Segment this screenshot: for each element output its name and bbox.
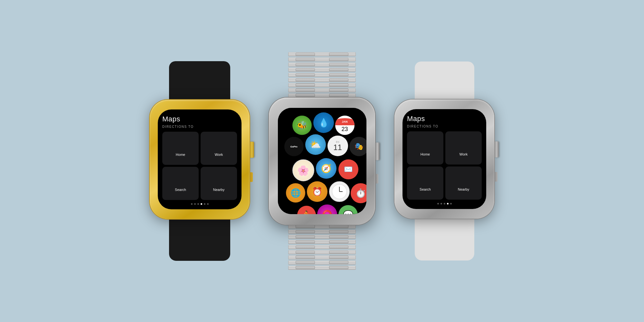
home-label-gold: Home [176, 153, 185, 156]
page-dots-silver [407, 202, 482, 204]
link-1 [288, 52, 356, 56]
app-grid: 🐝 💧 JAN 23 GoPro ⛅ Fri 11 🎭 🌸 [281, 111, 363, 211]
app-activity[interactable]: 🐝 [292, 116, 312, 135]
app-calendar2[interactable]: Fri 11 [327, 136, 348, 156]
page-dots-gold [162, 202, 237, 205]
work-button-silver[interactable]: Work [445, 131, 482, 165]
maps-title-gold: Maps [162, 115, 237, 123]
maps-title-silver: Maps [407, 115, 482, 123]
app-calendar[interactable]: JAN 23 [335, 116, 355, 135]
s-dot-5 [450, 203, 452, 204]
link-b2 [288, 230, 356, 234]
link-b6 [288, 250, 356, 254]
maps-app-silver: Maps DIRECTIONS TO Home Work [402, 109, 486, 209]
band-top-black [169, 61, 230, 100]
app-activity2[interactable]: ⭕ [317, 204, 337, 214]
link-b9 [288, 266, 356, 270]
link-b4 [288, 240, 356, 244]
maps-subtitle-gold: DIRECTIONS TO [162, 125, 237, 128]
dot-3 [197, 203, 199, 205]
digital-crown[interactable] [250, 142, 254, 158]
digital-crown-silver[interactable] [494, 141, 499, 157]
link-2 [288, 57, 356, 62]
work-label-gold: Work [215, 153, 223, 156]
side-button-silver[interactable] [494, 172, 497, 182]
maps-grid-silver: Home Work Search [407, 131, 482, 200]
case-gold: Maps DIRECTIONS TO Home Work [150, 100, 250, 219]
dot-5 [204, 203, 205, 205]
metal-band-bottom [288, 225, 356, 270]
nearby-label-silver: Nearby [458, 187, 469, 191]
band-bottom-black [169, 219, 230, 261]
nearby-label-gold: Nearby [213, 188, 224, 192]
app-messages[interactable]: 💬 [338, 205, 358, 214]
link-9 [288, 93, 356, 98]
maps-app-gold: Maps DIRECTIONS TO Home Work [158, 109, 242, 209]
case-steel: 🐝 💧 JAN 23 GoPro ⛅ Fri 11 🎭 🌸 [269, 98, 375, 225]
app-fitness[interactable]: 🏃 [297, 206, 316, 214]
app-clock[interactable]: ⏰ [307, 181, 327, 202]
watch-screen-maps-silver: Maps DIRECTIONS TO Home Work [402, 109, 486, 209]
app-gopro[interactable]: GoPro [284, 137, 304, 156]
link-3 [288, 62, 356, 67]
home-button-silver[interactable]: Home [407, 131, 443, 165]
watch-steel: 🐝 💧 JAN 23 GoPro ⛅ Fri 11 🎭 🌸 [269, 52, 375, 270]
maps-subtitle-silver: DIRECTIONS TO [407, 125, 482, 128]
dot-4 [201, 203, 202, 205]
app-dark[interactable]: 🎭 [349, 137, 366, 156]
link-b1 [288, 225, 356, 229]
app-timer[interactable]: ⏱️ [351, 183, 366, 203]
s-dot-1 [437, 203, 439, 204]
app-mail[interactable]: ✉️ [338, 159, 358, 179]
work-button-gold[interactable]: Work [201, 132, 237, 165]
link-7 [288, 83, 356, 87]
case-silver: Maps DIRECTIONS TO Home Work [394, 99, 494, 219]
watch-silver: Maps DIRECTIONS TO Home Work [394, 62, 494, 260]
dot-1 [191, 203, 193, 205]
link-b8 [288, 260, 356, 265]
home-label-silver: Home [421, 152, 430, 156]
link-5 [288, 73, 356, 77]
band-top-white [415, 62, 474, 99]
s-dot-3 [444, 203, 445, 204]
home-button-gold[interactable]: Home [162, 132, 199, 165]
link-b3 [288, 235, 356, 239]
app-watchface[interactable] [329, 181, 350, 202]
watch-gold: Maps DIRECTIONS TO Home Work [150, 61, 250, 261]
watch-screen-apps: 🐝 💧 JAN 23 GoPro ⛅ Fri 11 🎭 🌸 [278, 108, 366, 214]
link-b5 [288, 245, 356, 249]
app-ink[interactable]: 💧 [313, 112, 334, 133]
side-button-steel[interactable] [375, 174, 378, 184]
link-6 [288, 78, 356, 82]
dot-6 [207, 203, 209, 205]
app-weather[interactable]: ⛅ [305, 134, 326, 155]
nearby-button-gold[interactable]: Nearby [201, 167, 237, 200]
s-dot-2 [440, 203, 442, 204]
link-b7 [288, 255, 356, 260]
side-button[interactable] [250, 172, 253, 182]
dot-2 [194, 203, 196, 205]
search-button-gold[interactable]: Search [162, 167, 199, 200]
search-label-silver: Search [420, 187, 431, 191]
digital-crown-steel[interactable] [375, 143, 380, 160]
search-button-silver[interactable]: Search [407, 166, 443, 200]
maps-grid-gold: Home Work Search [162, 132, 237, 200]
homescreen-apps: 🐝 💧 JAN 23 GoPro ⛅ Fri 11 🎭 🌸 [278, 108, 366, 214]
work-label-silver: Work [459, 152, 468, 156]
app-photos[interactable]: 🌸 [292, 159, 314, 181]
link-4 [288, 68, 356, 72]
link-8 [288, 88, 356, 92]
app-maps[interactable]: 🧭 [316, 158, 336, 179]
metal-band-top [288, 52, 356, 98]
band-bottom-white [415, 219, 474, 260]
nearby-button-silver[interactable]: Nearby [445, 166, 482, 200]
watch-screen-maps-gold: Maps DIRECTIONS TO Home Work [158, 109, 242, 209]
s-dot-4 [447, 203, 449, 204]
search-label-gold: Search [175, 188, 186, 192]
app-globe[interactable]: 🌐 [286, 183, 305, 203]
